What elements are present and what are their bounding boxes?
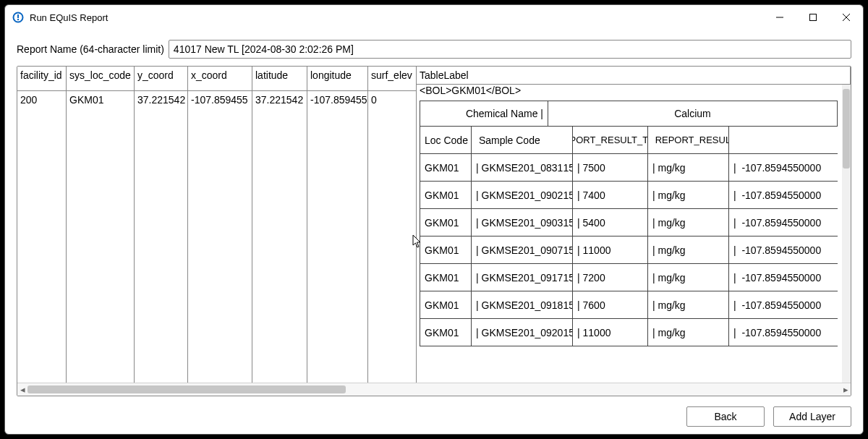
row-loc: GKM01	[420, 182, 472, 209]
table-row[interactable]: GKM01| GKMSE201_091715| 7200| mg/kg| -10…	[420, 264, 838, 291]
table-row[interactable]: GKM01| GKMSE201_091815| 7600| mg/kg| -10…	[420, 291, 838, 319]
row-extra: | -107.8594550000	[729, 209, 838, 236]
window-title: Run EQuIS Report	[30, 12, 108, 23]
cell-longitude[interactable]: -107.859455	[307, 91, 368, 383]
scroll-left-arrow[interactable]: ◂	[17, 383, 27, 396]
row-extra: | -107.8594550000	[729, 182, 838, 209]
table-label-tag: <BOL>GKM01</BOL>	[417, 85, 843, 101]
col-latitude[interactable]: latitude	[252, 67, 307, 91]
subhdr-result-text: | REPORT_RESULT_TEXT |	[573, 127, 648, 154]
minimize-button[interactable]	[763, 7, 796, 28]
horizontal-scroll-thumb[interactable]	[27, 385, 346, 393]
row-loc: GKM01	[420, 319, 472, 346]
row-sample: | GKMSE201_092015	[472, 319, 573, 346]
svg-rect-4	[810, 14, 817, 21]
vertical-scrollbar[interactable]	[842, 85, 851, 383]
titlebar: Run EQuIS Report	[5, 5, 863, 30]
row-extra: | -107.8594550000	[729, 154, 838, 182]
table-row[interactable]: GKM01| GKMSE201_090215| 7400| mg/kg| -10…	[420, 182, 838, 209]
app-window: Run EQuIS Report Report Name (64-charact…	[4, 4, 864, 435]
row-val: | 7400	[573, 182, 648, 209]
table-row[interactable]: GKM01| GKMSE201_090715| 11000| mg/kg| -1…	[420, 236, 838, 264]
cell-x-coord[interactable]: -107.859455	[188, 91, 252, 383]
row-unit: | mg/kg	[648, 154, 729, 182]
data-grid: facility_id sys_loc_code y_coord x_coord…	[17, 66, 851, 396]
row-unit: | mg/kg	[648, 209, 729, 236]
add-layer-button[interactable]: Add Layer	[773, 406, 851, 427]
table-label-content: <BOL>GKM01</BOL> Chemical Name | Calcium…	[417, 85, 851, 346]
table-row[interactable]: GKM01| GKMSE201_083115| 7500| mg/kg| -10…	[420, 154, 838, 182]
row-loc: GKM01	[420, 236, 472, 264]
row-sample: | GKMSE201_090215	[472, 182, 573, 209]
col-longitude[interactable]: longitude	[307, 67, 368, 91]
col-y-coord[interactable]: y_coord	[135, 67, 188, 91]
row-unit: | mg/kg	[648, 291, 729, 319]
cell-latitude[interactable]: 37.221542	[252, 91, 307, 383]
col-sys-loc-code[interactable]: sys_loc_code	[67, 67, 135, 91]
row-unit: | mg/kg	[648, 236, 729, 264]
chem-value: Calcium	[548, 101, 838, 127]
cell-facility-id[interactable]: 200	[17, 91, 67, 383]
row-sample: | GKMSE201_083115	[472, 154, 573, 182]
subhdr-loc-code: Loc Code |	[420, 127, 472, 154]
cell-sys-loc-code[interactable]: GKM01	[67, 91, 135, 383]
row-loc: GKM01	[420, 291, 472, 319]
horizontal-scrollbar[interactable]: ◂ ▸	[17, 383, 851, 396]
svg-rect-2	[17, 19, 19, 20]
table-row[interactable]: GKM01| GKMSE201_090315| 5400| mg/kg| -10…	[420, 209, 838, 236]
col-x-coord[interactable]: x_coord	[188, 67, 252, 91]
report-name-input[interactable]	[169, 40, 851, 59]
row-loc: GKM01	[420, 264, 472, 291]
cell-y-coord[interactable]: 37.221542	[135, 91, 188, 383]
row-val: | 5400	[573, 209, 648, 236]
row-unit: | mg/kg	[648, 319, 729, 346]
row-val: | 7600	[573, 291, 648, 319]
table-row[interactable]: GKM01| GKMSE201_092015| 11000| mg/kg| -1…	[420, 319, 838, 346]
cell-surf-elev[interactable]: 0	[368, 91, 417, 383]
row-extra: | -107.8594550000	[729, 264, 838, 291]
row-sample: | GKMSE201_091815	[472, 291, 573, 319]
col-facility-id[interactable]: facility_id	[17, 67, 67, 91]
row-val: | 11000	[573, 319, 648, 346]
subhdr-sample-code: Sample Code	[472, 127, 573, 154]
row-val: | 7500	[573, 154, 648, 182]
vertical-scroll-thumb[interactable]	[843, 89, 850, 169]
back-button[interactable]: Back	[686, 406, 765, 427]
row-extra: | -107.8594550000	[729, 291, 838, 319]
row-val: | 11000	[573, 236, 648, 264]
svg-rect-1	[17, 14, 19, 18]
subhdr-extra	[729, 127, 838, 154]
subhdr-result-unit: REPORT_RESULT_UNIT |	[648, 127, 729, 154]
row-sample: | GKMSE201_090315	[472, 209, 573, 236]
row-unit: | mg/kg	[648, 182, 729, 209]
maximize-button[interactable]	[796, 7, 830, 28]
row-sample: | GKMSE201_090715	[472, 236, 573, 264]
report-name-label: Report Name (64-character limit)	[17, 43, 164, 55]
left-grid: facility_id sys_loc_code y_coord x_coord…	[17, 67, 417, 383]
row-extra: | -107.8594550000	[729, 236, 838, 264]
chem-name-header: Chemical Name |	[420, 101, 548, 127]
row-extra: | -107.8594550000	[729, 319, 838, 346]
scroll-right-arrow[interactable]: ▸	[841, 383, 851, 396]
close-button[interactable]	[830, 7, 863, 28]
app-icon	[12, 12, 24, 23]
col-table-label[interactable]: TableLabel	[417, 67, 851, 85]
row-unit: | mg/kg	[648, 264, 729, 291]
row-val: | 7200	[573, 264, 648, 291]
row-loc: GKM01	[420, 209, 472, 236]
col-surf-elev[interactable]: surf_elev	[368, 67, 417, 91]
row-sample: | GKMSE201_091715	[472, 264, 573, 291]
row-loc: GKM01	[420, 154, 472, 182]
